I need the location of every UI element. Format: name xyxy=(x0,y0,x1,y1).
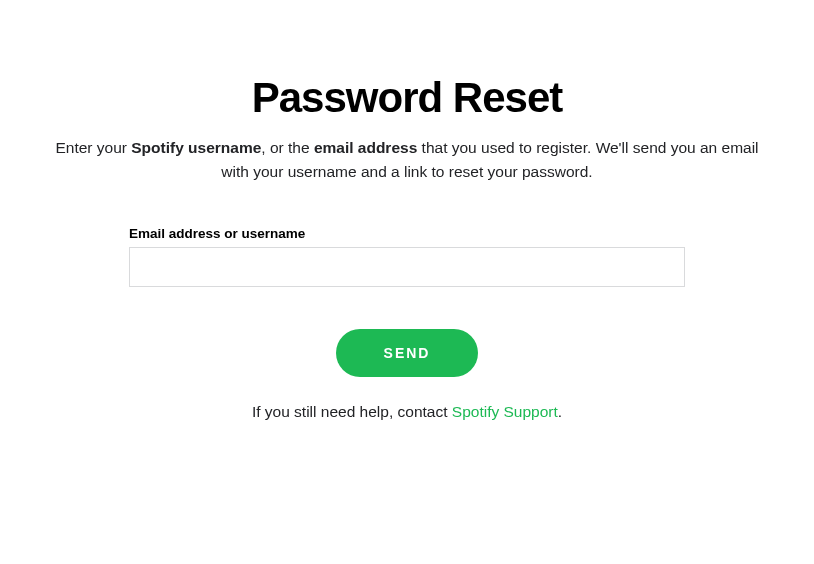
page-description: Enter your Spotify username, or the emai… xyxy=(42,136,772,184)
spotify-support-link[interactable]: Spotify Support xyxy=(452,403,558,420)
description-bold-email: email address xyxy=(314,139,417,156)
help-suffix: . xyxy=(558,403,562,420)
help-text: If you still need help, contact Spotify … xyxy=(0,403,814,421)
reset-form: Email address or username Send xyxy=(129,226,685,377)
button-row: Send xyxy=(129,287,685,377)
send-button[interactable]: Send xyxy=(336,329,479,377)
password-reset-container: Password Reset Enter your Spotify userna… xyxy=(0,0,814,421)
email-username-input[interactable] xyxy=(129,247,685,287)
description-text: Enter your xyxy=(55,139,131,156)
description-bold-username: Spotify username xyxy=(131,139,261,156)
page-title: Password Reset xyxy=(0,74,814,122)
email-username-label: Email address or username xyxy=(129,226,685,241)
description-text: , or the xyxy=(261,139,314,156)
help-prefix: If you still need help, contact xyxy=(252,403,452,420)
